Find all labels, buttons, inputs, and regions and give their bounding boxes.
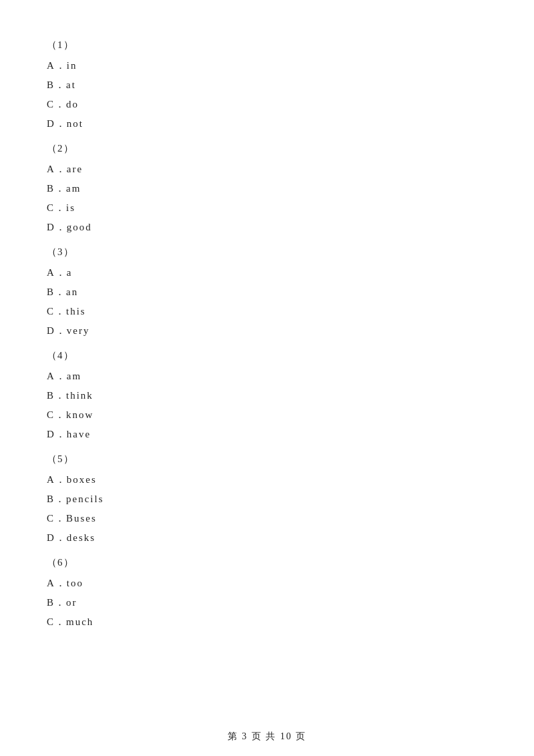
question-2-option-2: B．am xyxy=(47,182,487,195)
question-6-option-2: B．or xyxy=(47,596,487,609)
question-1-option-4: D．not xyxy=(47,118,487,130)
question-5-option-3: C．Buses xyxy=(47,512,487,525)
question-5-option-2: B．pencils xyxy=(47,493,487,506)
question-2-option-4: D．good xyxy=(47,221,487,234)
question-6-option-1: A．too xyxy=(47,577,487,590)
question-3-option-4: D．very xyxy=(47,325,487,337)
question-1-option-1: A．in xyxy=(47,59,487,72)
question-number-5: （5） xyxy=(47,453,487,465)
question-4-option-3: C．know xyxy=(47,409,487,421)
question-6-option-3: C．much xyxy=(47,616,487,628)
question-4-option-2: B．think xyxy=(47,389,487,402)
page-footer: 第 3 页 共 10 页 xyxy=(0,731,534,743)
question-number-1: （1） xyxy=(47,39,487,51)
question-number-6: （6） xyxy=(47,556,487,569)
question-2-option-1: A．are xyxy=(47,163,487,176)
question-2-option-3: C．is xyxy=(47,202,487,214)
question-number-4: （4） xyxy=(47,349,487,362)
question-4-option-4: D．have xyxy=(47,428,487,441)
question-1-option-2: B．at xyxy=(47,79,487,91)
main-content: （1）A．inB．atC．doD．not（2）A．areB．amC．isD．go… xyxy=(0,0,534,675)
question-3-option-2: B．an xyxy=(47,286,487,299)
question-5-option-4: D．desks xyxy=(47,532,487,544)
question-number-3: （3） xyxy=(47,246,487,258)
question-4-option-1: A．am xyxy=(47,370,487,383)
question-number-2: （2） xyxy=(47,142,487,155)
question-3-option-3: C．this xyxy=(47,305,487,318)
question-5-option-1: A．boxes xyxy=(47,474,487,486)
question-3-option-1: A．a xyxy=(47,266,487,279)
question-1-option-3: C．do xyxy=(47,98,487,111)
